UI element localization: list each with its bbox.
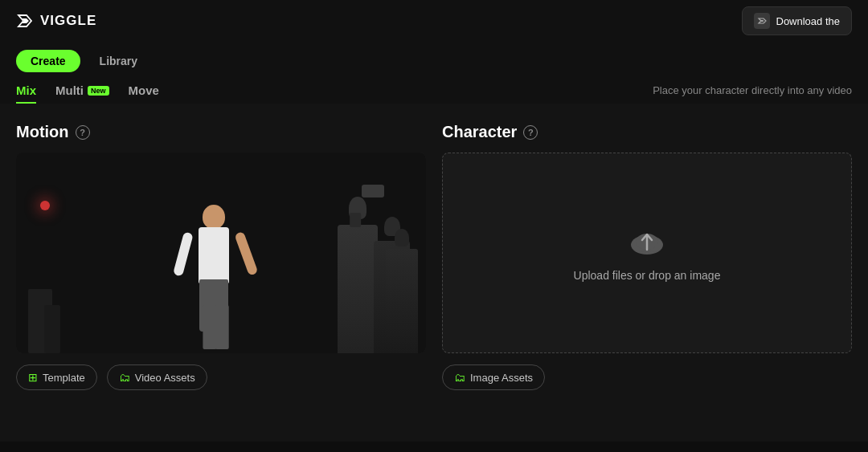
motion-panel: Motion ? (16, 123, 426, 422)
character-panel: Character ? Upload files or drop an imag… (442, 123, 852, 422)
motion-title-text: Motion (16, 123, 69, 141)
person-head (203, 205, 225, 229)
upload-cloud-icon (626, 224, 668, 258)
tab-move[interactable]: Move (129, 83, 159, 104)
scene-light (40, 201, 50, 210)
bg-figure-3 (386, 249, 418, 353)
viggle-logo-icon (16, 12, 34, 30)
character-title: Character ? (442, 123, 852, 141)
image-assets-label: Image Assets (470, 372, 533, 384)
character-help-icon[interactable]: ? (523, 125, 538, 140)
tab-mix-label: Mix (16, 83, 36, 97)
nav-bar: Create Library (0, 42, 868, 72)
tab-multi[interactable]: Multi New (55, 83, 109, 104)
main-content: Motion ? (0, 104, 868, 442)
image-assets-icon: 🗂 (454, 371, 465, 384)
motion-help-icon[interactable]: ? (76, 125, 90, 140)
motion-preview[interactable] (16, 153, 426, 353)
motion-actions: ⊞ Template 🗂 Video Assets (16, 364, 426, 390)
video-assets-icon: 🗂 (119, 371, 130, 384)
motion-title: Motion ? (16, 123, 426, 141)
bg-figure-1 (338, 225, 378, 353)
logo-text: VIGGLE (40, 13, 96, 29)
download-button[interactable]: Download the (742, 6, 853, 35)
tab-move-label: Move (129, 83, 159, 97)
video-assets-label: Video Assets (135, 372, 195, 384)
main-person (178, 193, 250, 353)
image-assets-button[interactable]: 🗂 Image Assets (442, 364, 545, 390)
character-actions: 🗂 Image Assets (442, 364, 852, 390)
create-button[interactable]: Create (16, 50, 80, 72)
logo: VIGGLE (16, 12, 96, 30)
character-upload-area[interactable]: Upload files or drop an image (442, 153, 852, 353)
tab-multi-label: Multi (55, 83, 84, 97)
motion-preview-scene (16, 153, 426, 353)
template-label: Template (43, 372, 85, 384)
template-button[interactable]: ⊞ Template (16, 364, 97, 390)
library-button[interactable]: Library (85, 50, 152, 72)
person-torso (199, 227, 229, 283)
tab-mix[interactable]: Mix (16, 83, 36, 104)
new-badge: New (88, 86, 109, 96)
download-btn-logo-icon (754, 13, 770, 29)
template-icon: ⊞ (28, 371, 38, 384)
tabs-bar: Mix Multi New Move Place your character … (0, 72, 868, 104)
character-title-text: Character (442, 123, 517, 141)
person-leg-right (215, 305, 229, 349)
header: VIGGLE Download the (0, 0, 868, 42)
upload-text: Upload files or drop an image (574, 269, 721, 282)
person-body (178, 193, 250, 353)
download-label: Download the (776, 15, 841, 27)
stage-equipment-left2 (44, 305, 60, 353)
video-assets-button[interactable]: 🗂 Video Assets (107, 364, 207, 390)
tab-description: Place your character directly into any v… (653, 84, 852, 103)
